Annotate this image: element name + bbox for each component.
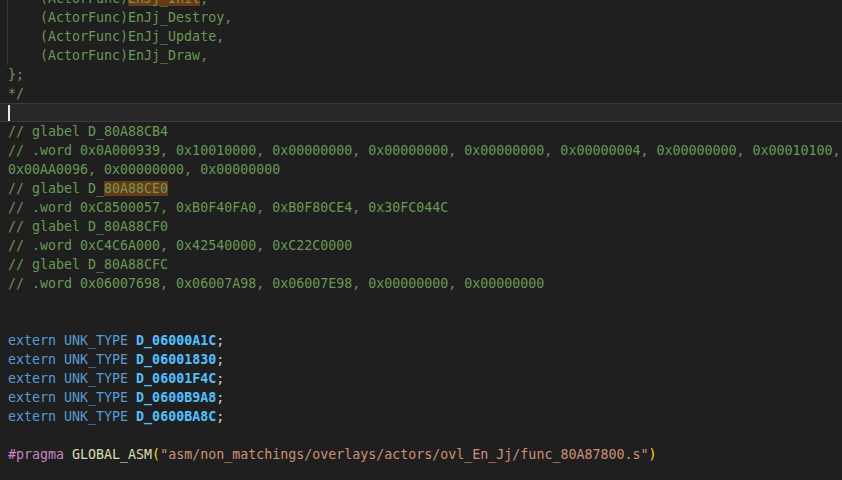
code-token: ;	[216, 371, 224, 386]
code-line[interactable]: // glabel D_80A88CB4	[0, 122, 842, 141]
code-line[interactable]	[0, 426, 842, 445]
code-token: ,	[200, 0, 208, 6]
code-line[interactable]: (ActorFunc)EnJj_Destroy,	[0, 8, 842, 27]
code-line[interactable]: // .word 0xC8500057, 0xB0F40FA0, 0xB0F80…	[0, 198, 842, 217]
code-token: UNK_TYPE	[64, 409, 136, 424]
code-line[interactable]: // .word 0x0A000939, 0x10010000, 0x00000…	[0, 141, 842, 160]
code-token: 0x00AA0096, 0x00000000, 0x00000000	[8, 162, 280, 177]
code-token: */	[8, 86, 24, 101]
code-token: ;	[216, 352, 224, 367]
code-line[interactable]: #pragma GLOBAL_ASM("asm/non_matchings/ov…	[0, 445, 842, 464]
code-line[interactable]: // glabel D_80A88CE0	[0, 179, 842, 198]
code-token: // .word 0xC8500057, 0xB0F40FA0, 0xB0F80…	[8, 200, 448, 215]
code-line[interactable]: (ActorFunc)EnJj_Draw,	[0, 46, 842, 65]
code-token: extern	[8, 390, 64, 405]
code-token: (ActorFunc)	[8, 0, 128, 6]
code-token: };	[8, 67, 24, 82]
code-token: extern	[8, 352, 64, 367]
code-token: // glabel D_80A88CB4	[8, 124, 168, 139]
code-line[interactable]: // .word 0x06007698, 0x06007A98, 0x06007…	[0, 274, 842, 293]
code-line[interactable]: (ActorFunc)EnJj_Init,	[0, 0, 842, 8]
code-token: ;	[216, 390, 224, 405]
code-line[interactable]: // glabel D_80A88CFC	[0, 255, 842, 274]
code-token: GLOBAL_ASM	[72, 447, 152, 462]
code-line[interactable]	[0, 312, 842, 331]
code-line[interactable]: extern UNK_TYPE D_06000A1C;	[0, 331, 842, 350]
code-token: D_06001830	[136, 352, 216, 367]
code-token: UNK_TYPE	[64, 352, 136, 367]
code-area[interactable]: (ActorFunc)EnJj_Init, (ActorFunc)EnJj_De…	[0, 0, 842, 480]
code-token: // .word 0xC4C6A000, 0x42540000, 0xC22C0…	[8, 238, 352, 253]
code-token: (ActorFunc)EnJj_Update,	[8, 29, 224, 44]
code-token: // .word 0x0A000939, 0x10010000, 0x00000…	[8, 143, 841, 158]
code-token: D_06000A1C	[136, 333, 216, 348]
code-line[interactable]: // .word 0xC4C6A000, 0x42540000, 0xC22C0…	[0, 236, 842, 255]
code-token: UNK_TYPE	[64, 390, 136, 405]
code-editor[interactable]: (ActorFunc)EnJj_Init, (ActorFunc)EnJj_De…	[0, 0, 842, 480]
code-token: (ActorFunc)EnJj_Destroy,	[8, 10, 232, 25]
code-token: D_0600BA8C	[136, 409, 216, 424]
code-line-current[interactable]	[0, 103, 842, 122]
code-token: #pragma	[8, 447, 72, 462]
code-token: ;	[216, 333, 224, 348]
code-token: // glabel D_80A88CFC	[8, 257, 168, 272]
code-token: D_0600B9A8	[136, 390, 216, 405]
code-token: "asm/non_matchings/overlays/actors/ovl_E…	[160, 447, 648, 462]
code-token: ;	[216, 409, 224, 424]
code-token: UNK_TYPE	[64, 333, 136, 348]
code-line[interactable]: };	[0, 65, 842, 84]
code-line[interactable]: (ActorFunc)EnJj_Update,	[0, 27, 842, 46]
code-line[interactable]	[0, 464, 842, 480]
code-token: extern	[8, 333, 64, 348]
code-token: // .word 0x06007698, 0x06007A98, 0x06007…	[8, 276, 544, 291]
code-token: // glabel D_	[8, 181, 104, 196]
code-token: )	[648, 447, 656, 462]
code-token: extern	[8, 409, 64, 424]
code-line[interactable]: extern UNK_TYPE D_06001830;	[0, 350, 842, 369]
code-line[interactable]: */	[0, 84, 842, 103]
search-match-highlight: EnJj_Init	[128, 0, 200, 6]
search-match-highlight: 80A88CE0	[104, 181, 168, 196]
code-token: extern	[8, 371, 64, 386]
code-line[interactable]: extern UNK_TYPE D_0600BA8C;	[0, 407, 842, 426]
code-token: D_06001F4C	[136, 371, 216, 386]
code-line[interactable]: // glabel D_80A88CF0	[0, 217, 842, 236]
code-token: (ActorFunc)EnJj_Draw,	[8, 48, 208, 63]
text-cursor	[8, 105, 10, 121]
code-line[interactable]: extern UNK_TYPE D_06001F4C;	[0, 369, 842, 388]
code-token: (	[152, 447, 160, 462]
code-token: UNK_TYPE	[64, 371, 136, 386]
code-line[interactable]	[0, 293, 842, 312]
code-line[interactable]: extern UNK_TYPE D_0600B9A8;	[0, 388, 842, 407]
code-token: // glabel D_80A88CF0	[8, 219, 168, 234]
code-line[interactable]: 0x00AA0096, 0x00000000, 0x00000000	[0, 160, 842, 179]
